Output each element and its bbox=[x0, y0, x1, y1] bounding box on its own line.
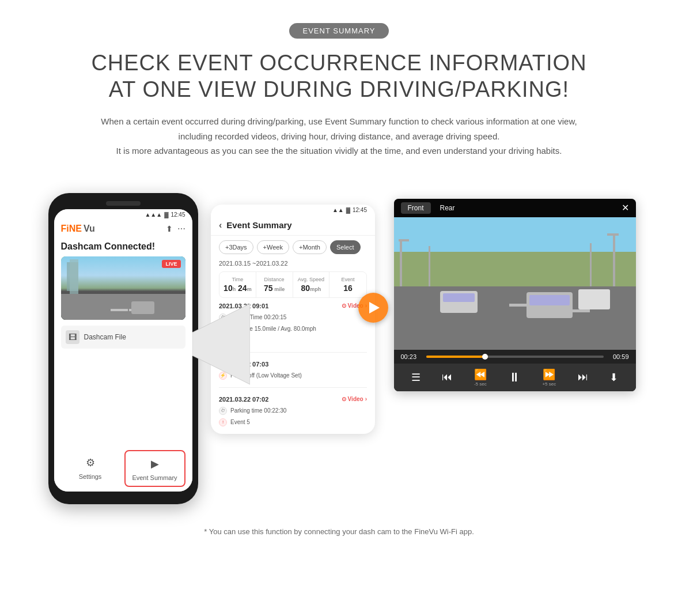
time-total: 00:59 bbox=[608, 353, 629, 360]
upload-icon[interactable]: ⬆ bbox=[166, 224, 173, 233]
filter-select[interactable]: Select bbox=[330, 240, 361, 254]
tab-front[interactable]: Front bbox=[401, 202, 431, 214]
stat-speed: Avg. Speed 80mph bbox=[293, 272, 330, 297]
prev-icon: ⏮ bbox=[442, 371, 452, 383]
parking-time-row: ⏱ Parking time 00:22:30 bbox=[219, 405, 367, 417]
svg-marker-0 bbox=[192, 304, 250, 384]
content-row: ▲▲▲ ▓ 12:45 FiNE Vu ⬆ ⋯ bbox=[12, 182, 666, 504]
timeline-progress bbox=[426, 356, 488, 358]
app-header: ‹ Event Summary bbox=[211, 216, 375, 236]
svg-rect-14 bbox=[399, 239, 409, 241]
filter-row: +3Days +Week +Month Select bbox=[211, 236, 375, 259]
phone-header-icons[interactable]: ⬆ ⋯ bbox=[166, 224, 185, 233]
battery-icon: ▓ bbox=[164, 211, 168, 218]
tab-rear[interactable]: Rear bbox=[433, 202, 462, 214]
filter-3days[interactable]: +3Days bbox=[219, 240, 253, 254]
stat-speed-value: 80mph bbox=[297, 284, 326, 293]
settings-btn[interactable]: ⚙ Settings bbox=[61, 450, 120, 487]
film-icon: 🎞 bbox=[66, 330, 79, 344]
phone-content: Dashcam Connected! bbox=[54, 236, 192, 447]
svg-rect-16 bbox=[607, 233, 619, 236]
phone-body: ▲▲▲ ▓ 12:45 FiNE Vu ⬆ ⋯ bbox=[48, 193, 198, 504]
filter-week[interactable]: +Week bbox=[257, 240, 289, 254]
video-link-3[interactable]: ⊙ Video › bbox=[342, 396, 367, 402]
stat-event-value: 16 bbox=[333, 284, 363, 293]
download-btn[interactable]: ⬇ bbox=[609, 371, 618, 384]
description-text: When a certain event occurred during dri… bbox=[101, 114, 577, 158]
event-summary-badge: EVENT SUMMARY bbox=[289, 23, 389, 39]
rewind-icon: ⏪ bbox=[474, 368, 487, 381]
menu-ctrl-icon: ☰ bbox=[411, 371, 421, 384]
next-icon: ⏭ bbox=[578, 371, 588, 383]
video-player-wrapper: Front Rear ✕ bbox=[394, 199, 636, 391]
stat-event-label: Event bbox=[333, 277, 363, 282]
video-scene-svg bbox=[394, 217, 636, 350]
stat-time-label: Time bbox=[223, 277, 252, 282]
parking-icon: ⏱ bbox=[219, 407, 227, 415]
logo-vu: Vu bbox=[84, 224, 95, 234]
phone-time: 12:45 bbox=[171, 211, 185, 218]
event-icon-3: ! bbox=[219, 418, 227, 426]
download-icon: ⬇ bbox=[609, 371, 618, 384]
app-status-bar: ▲▲ ▓ 12:45 bbox=[211, 205, 375, 216]
svg-rect-17 bbox=[429, 246, 430, 286]
event-count-row-3: ! Event 5 bbox=[219, 417, 367, 428]
forward-icon: ⏩ bbox=[543, 368, 555, 381]
svg-rect-12 bbox=[578, 289, 610, 309]
dashcam-file-menu[interactable]: 🎞 Dashcam File bbox=[61, 326, 185, 349]
phone-app-header: FiNE Vu ⬆ ⋯ bbox=[54, 220, 192, 236]
dashcam-file-label: Dashcam File bbox=[84, 333, 126, 341]
live-badge: LIVE bbox=[162, 260, 180, 268]
rewind-btn[interactable]: ⏪ -5 sec bbox=[474, 368, 487, 387]
event-summary-btn[interactable]: ▶ Event Summary bbox=[124, 450, 185, 487]
play-button[interactable] bbox=[358, 293, 388, 323]
phone-notch bbox=[106, 201, 141, 206]
event-summary-label: Event Summary bbox=[132, 474, 177, 481]
view-tabs: Front Rear bbox=[401, 202, 462, 214]
stat-distance-value: 75 mile bbox=[260, 284, 289, 293]
app-signal-icon: ▲▲ bbox=[332, 207, 344, 213]
next-btn[interactable]: ⏭ bbox=[578, 371, 588, 383]
main-heading: CHECK EVENT OCCURRENCE INFORMATION AT ON… bbox=[91, 50, 586, 103]
stat-event: Event 16 bbox=[329, 272, 366, 297]
video-screen bbox=[394, 217, 636, 350]
logo-fine: FiNE bbox=[61, 224, 82, 234]
video-player: Front Rear ✕ bbox=[394, 199, 636, 391]
time-current: 00:23 bbox=[401, 353, 422, 360]
svg-rect-18 bbox=[590, 243, 592, 286]
play-triangle-icon bbox=[369, 302, 380, 313]
app-title: Event Summary bbox=[226, 220, 291, 230]
settings-icon: ⚙ bbox=[82, 455, 99, 471]
menu-icon[interactable]: ⋯ bbox=[177, 224, 185, 233]
app-time: 12:45 bbox=[353, 207, 367, 213]
settings-label: Settings bbox=[79, 473, 102, 480]
close-button[interactable]: ✕ bbox=[622, 202, 629, 213]
timeline-bar[interactable] bbox=[426, 356, 604, 358]
signal-icon: ▲▲▲ bbox=[145, 211, 162, 218]
stat-speed-label: Avg. Speed bbox=[297, 277, 326, 282]
video-timeline: 00:23 00:59 bbox=[394, 350, 636, 364]
video-controls: ☰ ⏮ ⏪ -5 sec ⏸ ⏩ +5 sec bbox=[394, 364, 636, 391]
svg-rect-15 bbox=[613, 235, 615, 286]
event-summary-icon: ▶ bbox=[147, 456, 163, 472]
back-arrow-icon[interactable]: ‹ bbox=[219, 220, 222, 230]
forward-label: +5 sec bbox=[542, 381, 556, 387]
timeline-dot bbox=[482, 354, 488, 360]
svg-rect-11 bbox=[529, 295, 570, 305]
rewind-label: -5 sec bbox=[474, 381, 487, 387]
pause-btn[interactable]: ⏸ bbox=[508, 370, 521, 385]
footer-note: * You can use this function by connectin… bbox=[204, 527, 474, 536]
dashcam-live-view: LIVE bbox=[61, 256, 185, 320]
menu-ctrl-btn[interactable]: ☰ bbox=[411, 371, 421, 384]
video-header: Front Rear ✕ bbox=[394, 199, 636, 217]
forward-btn[interactable]: ⏩ +5 sec bbox=[542, 368, 556, 387]
prev-btn[interactable]: ⏮ bbox=[442, 371, 452, 383]
filter-month[interactable]: +Month bbox=[293, 240, 327, 254]
dashcam-status: Dashcam Connected! bbox=[61, 241, 185, 252]
pause-icon: ⏸ bbox=[508, 370, 521, 385]
phone-mockup: ▲▲▲ ▓ 12:45 FiNE Vu ⬆ ⋯ bbox=[43, 193, 204, 504]
phone-status-bar: ▲▲▲ ▓ 12:45 bbox=[54, 209, 192, 220]
svg-rect-13 bbox=[400, 240, 402, 286]
phone-bottom-row: ⚙ Settings ▶ Event Summary bbox=[54, 447, 192, 492]
finevu-logo: FiNE Vu bbox=[61, 224, 95, 234]
